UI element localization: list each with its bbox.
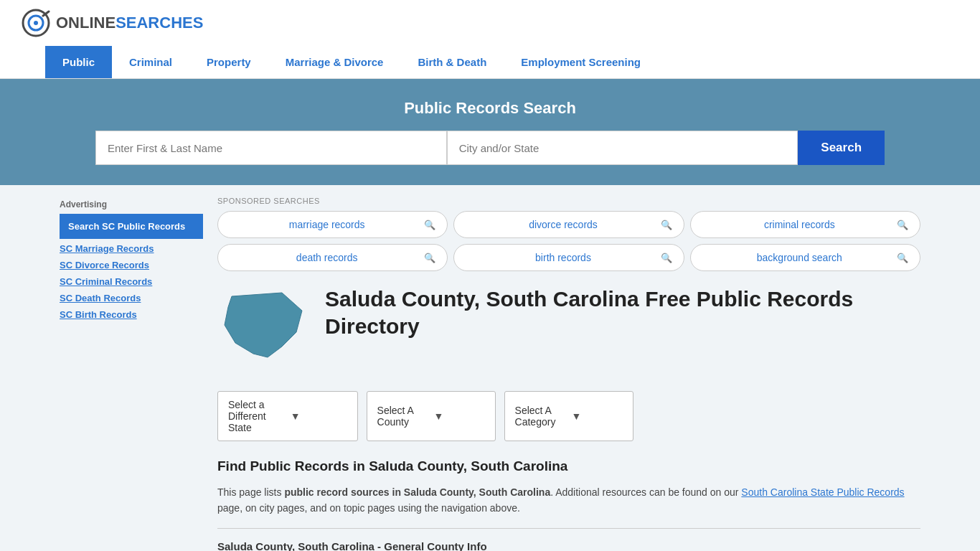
search-icon-criminal: 🔍 (897, 220, 908, 230)
description-part2: . Additional resources can be found on o… (550, 486, 741, 498)
sponsored-pill-background[interactable]: background search 🔍 (690, 244, 920, 271)
sc-records-link[interactable]: South Carolina State Public Records (741, 486, 904, 498)
dropdown-row: Select a Different State ▼ Select A Coun… (217, 391, 920, 441)
nav-criminal[interactable]: Criminal (112, 46, 189, 78)
logo-text: ONLINESEARCHES (56, 14, 203, 32)
sidebar-link-birth[interactable]: SC Birth Records (60, 306, 203, 323)
svg-point-3 (34, 21, 38, 25)
search-banner: Public Records Search Search (0, 79, 980, 185)
search-button[interactable]: Search (798, 131, 885, 165)
search-banner-title: Public Records Search (22, 99, 958, 118)
logo[interactable]: ONLINESEARCHES (22, 9, 203, 37)
county-dropdown[interactable]: Select A County ▼ (367, 391, 496, 441)
description-text: This page lists public record sources in… (217, 484, 920, 517)
location-input[interactable] (447, 131, 798, 165)
category-dropdown[interactable]: Select A Category ▼ (504, 391, 633, 441)
nav-marriage-divorce[interactable]: Marriage & Divorce (268, 46, 401, 78)
sponsored-pill-death[interactable]: death records 🔍 (217, 244, 448, 271)
sidebar-featured-item[interactable]: Search SC Public Records (60, 214, 203, 239)
section-divider (217, 528, 920, 529)
sponsored-pill-marriage[interactable]: marriage records 🔍 (217, 211, 448, 238)
sponsored-pill-birth[interactable]: birth records 🔍 (453, 244, 684, 271)
nav-employment[interactable]: Employment Screening (504, 46, 658, 78)
sidebar-link-death[interactable]: SC Death Records (60, 290, 203, 306)
name-input[interactable] (95, 131, 447, 165)
sidebar-link-marriage[interactable]: SC Marriage Records (60, 240, 203, 257)
sponsored-label: SPONSORED SEARCHES (217, 197, 920, 205)
nav-public[interactable]: Public (45, 46, 112, 78)
search-icon-marriage: 🔍 (424, 220, 435, 230)
search-icon-background: 🔍 (897, 253, 908, 263)
state-dropdown-arrow: ▼ (291, 410, 347, 422)
state-dropdown[interactable]: Select a Different State ▼ (217, 391, 358, 441)
search-icon-divorce: 🔍 (661, 220, 672, 230)
site-header: ONLINESEARCHES (0, 0, 980, 46)
main-nav: Public Criminal Property Marriage & Divo… (0, 46, 980, 79)
search-icon-death: 🔍 (424, 253, 435, 263)
category-dropdown-arrow: ▼ (572, 410, 623, 422)
description-bold: public record sources in Saluda County, … (284, 486, 550, 498)
sponsored-grid: marriage records 🔍 divorce records 🔍 cri… (217, 211, 920, 271)
county-dropdown-arrow: ▼ (434, 410, 485, 422)
search-form: Search (95, 131, 885, 165)
section-subtitle: Saluda County, South Carolina - General … (217, 540, 920, 551)
sidebar-ad-label: Advertising (60, 199, 203, 209)
sponsored-pill-divorce[interactable]: divorce records 🔍 (453, 211, 684, 238)
nav-birth-death[interactable]: Birth & Death (400, 46, 504, 78)
sidebar-link-divorce[interactable]: SC Divorce Records (60, 257, 203, 273)
logo-icon (22, 9, 50, 37)
sidebar-link-criminal[interactable]: SC Criminal Records (60, 273, 203, 290)
page-title: Saluda County, South Carolina Free Publi… (325, 286, 920, 339)
description-part3: page, on city pages, and on topic pages … (217, 502, 520, 514)
sponsored-pill-criminal[interactable]: criminal records 🔍 (690, 211, 920, 238)
state-map (217, 286, 311, 374)
find-heading: Find Public Records in Saluda County, So… (217, 458, 920, 474)
search-icon-birth: 🔍 (661, 253, 672, 263)
sidebar: Advertising Search SC Public Records SC … (60, 185, 203, 551)
description-part1: This page lists (217, 486, 284, 498)
state-section: Saluda County, South Carolina Free Publi… (217, 286, 920, 374)
nav-property[interactable]: Property (189, 46, 268, 78)
main-content: SPONSORED SEARCHES marriage records 🔍 di… (217, 185, 920, 551)
